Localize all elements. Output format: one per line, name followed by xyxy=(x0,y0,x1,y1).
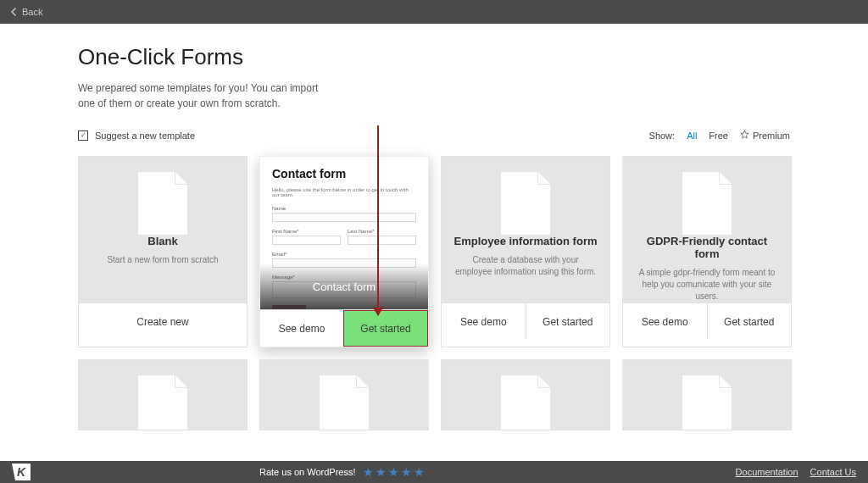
footer-bar: K Rate us on WordPress! ★ ★ ★ ★ ★ Docume… xyxy=(0,461,868,483)
file-icon xyxy=(682,375,732,430)
template-grid: Blank Start a new form from scratch Crea… xyxy=(78,156,790,430)
file-icon xyxy=(138,375,187,430)
file-icon xyxy=(501,375,550,430)
get-started-button[interactable]: Get started xyxy=(526,303,610,340)
file-icon xyxy=(682,172,732,235)
card-title: Employee information form xyxy=(453,235,598,247)
chevron-left-icon xyxy=(10,8,17,16)
card-desc: Start a new form from scratch xyxy=(91,254,235,266)
template-card-gdpr: GDPR-Friendly contact form A simple gdpr… xyxy=(622,156,792,347)
annotation-arrow-icon xyxy=(377,125,379,315)
show-label: Show: xyxy=(649,130,676,141)
filter-all[interactable]: All xyxy=(687,130,697,141)
filter-row: ✓ Suggest a new template Show: All Free … xyxy=(78,130,790,141)
template-card xyxy=(78,359,248,430)
card-thumbnail: Blank Start a new form from scratch xyxy=(79,157,247,303)
page-subtitle: We prepared some templates for you! You … xyxy=(78,80,332,111)
star-rating: ★ ★ ★ ★ ★ xyxy=(363,465,425,479)
star-icon: ★ xyxy=(376,465,387,479)
card-title: GDPR-Friendly contact form xyxy=(635,235,779,260)
back-label: Back xyxy=(22,7,42,17)
file-icon xyxy=(501,172,550,235)
star-icon: ★ xyxy=(388,465,399,479)
template-card xyxy=(441,359,610,430)
card-thumbnail: Employee information form Create a datab… xyxy=(442,157,609,303)
template-card-employee: Employee information form Create a datab… xyxy=(441,156,610,347)
contact-us-link[interactable]: Contact Us xyxy=(810,467,856,477)
template-card-contact: Contact form Hello, please use the form … xyxy=(259,156,429,347)
template-card-blank: Blank Start a new form from scratch Crea… xyxy=(78,156,248,347)
top-bar: Back xyxy=(0,0,868,24)
suggest-template-link[interactable]: ✓ Suggest a new template xyxy=(78,130,195,141)
filter-premium-label: Premium xyxy=(753,130,790,141)
star-icon: ★ xyxy=(363,465,374,479)
template-card xyxy=(622,359,792,430)
rate-us[interactable]: Rate us on WordPress! ★ ★ ★ ★ ★ xyxy=(259,465,425,479)
card-title: Blank xyxy=(91,235,235,247)
get-started-button[interactable]: Get started xyxy=(707,303,792,340)
documentation-link[interactable]: Documentation xyxy=(736,467,798,477)
card-overlay-title: Contact form xyxy=(260,264,428,309)
preview-title: Contact form xyxy=(272,167,416,180)
filter-premium[interactable]: Premium xyxy=(740,130,790,141)
star-icon: ★ xyxy=(401,465,412,479)
back-button[interactable]: Back xyxy=(10,7,42,17)
create-new-button[interactable]: Create new xyxy=(79,303,247,340)
file-icon xyxy=(320,375,369,430)
template-card xyxy=(259,359,429,430)
star-outline-icon xyxy=(740,130,749,141)
card-desc: Create a database with your employee inf… xyxy=(453,254,598,278)
checkbox-icon: ✓ xyxy=(78,130,88,141)
star-icon: ★ xyxy=(414,465,425,479)
suggest-label: Suggest a new template xyxy=(95,130,195,141)
rate-label: Rate us on WordPress! xyxy=(259,467,356,477)
get-started-button[interactable]: Get started xyxy=(343,310,428,347)
see-demo-button[interactable]: See demo xyxy=(623,303,707,340)
see-demo-button[interactable]: See demo xyxy=(442,303,526,340)
card-desc: A simple gdpr-friendly form meant to hel… xyxy=(635,267,779,303)
main-content: One-Click Forms We prepared some templat… xyxy=(0,24,868,430)
file-icon xyxy=(138,172,187,235)
filter-free[interactable]: Free xyxy=(709,130,728,141)
see-demo-button[interactable]: See demo xyxy=(260,310,343,347)
logo-icon[interactable]: K xyxy=(12,464,31,480)
page-title: One-Click Forms xyxy=(78,44,790,70)
show-filter: Show: All Free Premium xyxy=(649,130,790,141)
card-thumbnail: GDPR-Friendly contact form A simple gdpr… xyxy=(623,157,791,303)
